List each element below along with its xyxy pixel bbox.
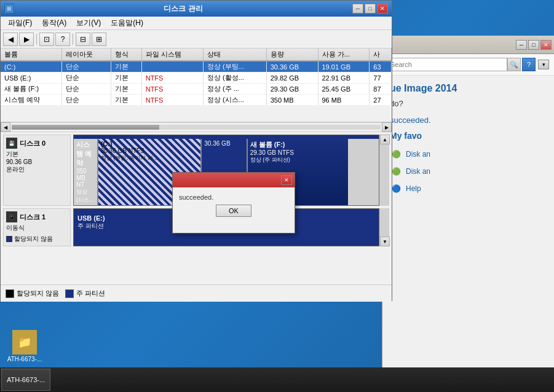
search-button[interactable]: 🔍: [507, 58, 521, 71]
col-pct: 사: [370, 49, 392, 61]
scroll-right[interactable]: ▶: [382, 122, 392, 132]
scroll-left[interactable]: ◀: [1, 122, 10, 132]
shrink-button[interactable]: ⊟: [76, 33, 90, 46]
cell-type: 기본: [111, 73, 141, 84]
right-panel-title: ue Image 2014: [390, 83, 547, 94]
disk-table-area: 볼륨 레이아웃 형식 파일 시스템 상태 용량 사용 가... 사 (C:) 단…: [1, 49, 392, 122]
disk-1-vscroll[interactable]: ▼: [379, 208, 389, 246]
toolbar-sep-1: [36, 34, 37, 45]
disk-mgmt-window: ⊞ 디스크 관리 ─ □ ✕ 파일(F) 동작(A) 보기(V) 도움말(H) …: [0, 0, 392, 301]
title-bar: ⊞ 디스크 관리 ─ □ ✕: [1, 1, 392, 17]
ok-dialog-titlebar: ✕: [173, 173, 295, 187]
cell-status: 정상 (부팅...: [203, 61, 266, 73]
table-row[interactable]: 새 볼륨 (F:) 단순 기본 NTFS 정상 (주 ... 29.30 GB …: [1, 84, 392, 95]
right-panel-maximize[interactable]: □: [528, 40, 539, 50]
cell-volume: USB (E:): [1, 73, 61, 84]
table-row[interactable]: (C:) 단순 기본 정상 (부팅... 30.36 GB 19.01 GB 6…: [1, 61, 392, 73]
cell-used: 19.01 GB: [318, 61, 370, 73]
search-bar: 🔍 ? ▾: [382, 54, 554, 76]
cell-capacity: 29.82 GB: [266, 73, 318, 84]
favo-item-3[interactable]: 🔵 Help: [390, 180, 547, 197]
view-button[interactable]: ⊡: [39, 33, 54, 46]
favo-item-2[interactable]: 🟢 Disk an: [390, 163, 547, 180]
legend-primary-color: [65, 289, 74, 298]
right-panel-close[interactable]: ✕: [540, 40, 552, 50]
desktop-icon[interactable]: 📁 ATH-6673-...: [6, 330, 43, 363]
forward-button[interactable]: ▶: [19, 33, 34, 46]
legend-primary: [6, 236, 12, 242]
cell-layout: 단순: [61, 61, 111, 73]
menu-file[interactable]: 파일(F): [3, 17, 37, 29]
vscroll-up-0[interactable]: ▲: [380, 135, 390, 144]
col-layout: 레이아웃: [61, 49, 111, 61]
table-row[interactable]: 시스템 예약 단순 기본 NTFS 정상 (시스... 350 MB 96 MB…: [1, 95, 392, 106]
right-panel-content: ue Image 2014 do? succeeded. My favo 🟢 D…: [382, 76, 554, 205]
favo-item-1[interactable]: 🟢 Disk an: [390, 146, 547, 163]
cell-status: 정상 (활성...: [203, 73, 266, 84]
disk-1-legend-label: 할당되지 않음: [14, 235, 53, 243]
expand-button[interactable]: ⊞: [92, 33, 106, 46]
cell-pct: 27: [370, 95, 392, 106]
cell-capacity: 30.36 GB: [266, 61, 318, 73]
disk-table: 볼륨 레이아웃 형식 파일 시스템 상태 용량 사용 가... 사 (C:) 단…: [1, 49, 392, 106]
cell-type: 기본: [111, 95, 141, 106]
ok-dialog-message: succeeded.: [179, 194, 213, 201]
cell-used: 25.45 GB: [318, 84, 370, 95]
cell-fs: NTFS: [141, 73, 203, 84]
right-panel-subtitle: do?: [390, 99, 547, 108]
cell-pct: 63: [370, 61, 392, 73]
right-panel: ─ □ ✕ 🔍 ? ▾ ue Image 2014 do? succeeded.…: [382, 36, 554, 392]
disk-0-icon: 💾: [6, 138, 17, 149]
status-bar: 할당되지 않음 주 파티션: [1, 284, 392, 302]
cell-volume: 새 볼륨 (F:): [1, 84, 61, 95]
toolbar-sep-2: [73, 34, 73, 45]
taskbar-item[interactable]: ATH-6673-...: [1, 369, 50, 391]
cell-fs: NTFS: [141, 84, 203, 95]
disk-1-name: 디스크 1: [20, 213, 46, 222]
minimize-button[interactable]: ─: [352, 4, 363, 14]
menu-view[interactable]: 보기(V): [71, 17, 106, 29]
close-button[interactable]: ✕: [377, 4, 388, 14]
vscroll-down-1[interactable]: ▼: [380, 237, 390, 246]
partition-system-reserved[interactable]: 시스템 예약 350 MB NT 정상 (시스...: [74, 139, 98, 205]
menu-action[interactable]: 동작(A): [37, 17, 71, 29]
col-used: 사용 가...: [318, 49, 370, 61]
help-toolbar-button[interactable]: ?: [55, 33, 70, 46]
desktop-icon-image: 📁: [12, 330, 37, 355]
scroll-track[interactable]: [12, 125, 381, 130]
menu-bar: 파일(F) 동작(A) 보기(V) 도움말(H): [1, 17, 392, 30]
disk-0-size: 90.36 GB: [6, 159, 68, 165]
disk-0-vscroll[interactable]: ▲: [379, 135, 389, 206]
cell-type: 기본: [111, 84, 141, 95]
right-panel-minimize[interactable]: ─: [516, 40, 527, 50]
title-controls: ─ □ ✕: [352, 4, 388, 14]
cell-pct: 87: [370, 84, 392, 95]
ok-dialog: ✕ succeeded. OK: [172, 172, 295, 233]
back-button[interactable]: ◀: [3, 33, 18, 46]
menu-help[interactable]: 도움말(H): [106, 17, 148, 29]
desktop: ─ □ ✕ 🔍 ? ▾ ue Image 2014 do? succeeded.…: [0, 0, 554, 392]
cell-layout: 단순: [61, 95, 111, 106]
search-input[interactable]: [387, 58, 507, 71]
col-volume: 볼륨: [1, 49, 61, 61]
disk-0-status: 온라인: [6, 165, 68, 174]
col-status: 상태: [203, 49, 266, 61]
disk-0-name: 디스크 0: [20, 139, 46, 148]
h-scrollbar[interactable]: ◀ ▶: [1, 122, 392, 132]
legend-unallocated: 할당되지 않음: [6, 289, 59, 298]
cell-used: 96 MB: [318, 95, 370, 106]
cell-status: 정상 (시스...: [203, 95, 266, 106]
ok-dialog-close[interactable]: ✕: [281, 175, 292, 185]
ok-button[interactable]: OK: [216, 205, 251, 217]
cell-used: 22.91 GB: [318, 73, 370, 84]
panel-options[interactable]: ▾: [538, 60, 549, 69]
help-button[interactable]: ?: [522, 58, 536, 71]
window-icon: ⊞: [4, 4, 14, 14]
maximize-button[interactable]: □: [365, 4, 376, 14]
legend-primary-label: 주 파티션: [76, 289, 105, 298]
table-row[interactable]: USB (E:) 단순 기본 NTFS 정상 (활성... 29.82 GB 2…: [1, 73, 392, 84]
legend-unallocated-label: 할당되지 않음: [17, 289, 59, 298]
ok-dialog-content: succeeded. OK: [173, 187, 295, 223]
cell-fs: [141, 61, 203, 73]
succeeded-text: succeeded.: [390, 116, 547, 125]
